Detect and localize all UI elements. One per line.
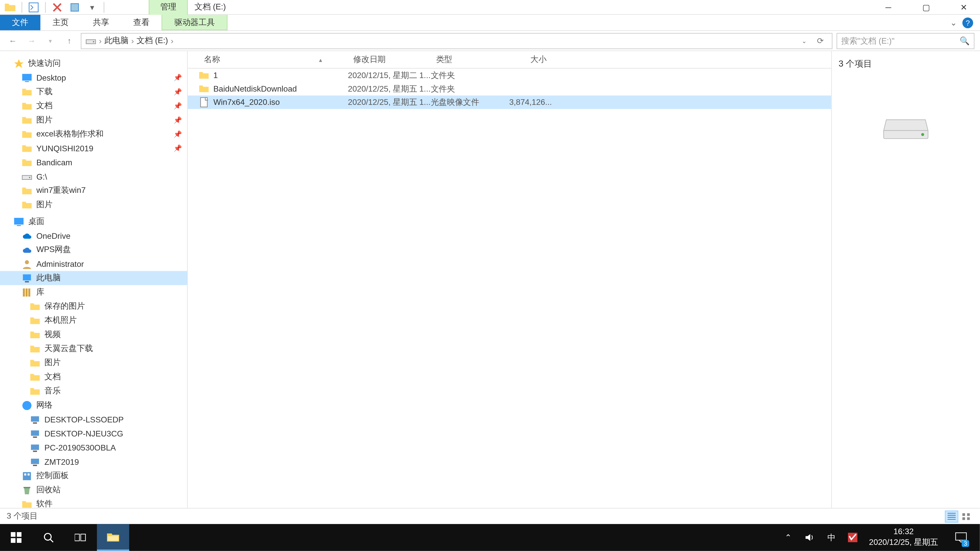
nav-group-quick-access: 快速访问 Desktop📌下载📌文档📌图片📌excel表格制作求和📌YUNQIS… — [0, 57, 187, 212]
search-button[interactable] — [32, 524, 65, 551]
navigation-pane[interactable]: 快速访问 Desktop📌下载📌文档📌图片📌excel表格制作求和📌YUNQIS… — [0, 51, 188, 508]
back-button[interactable]: ← — [5, 33, 20, 48]
chevron-right-icon[interactable]: › — [171, 36, 173, 45]
tab-drive-tools[interactable]: 驱动器工具 — [162, 15, 228, 30]
action-center-button[interactable]: 3 — [949, 524, 973, 551]
volume-icon[interactable] — [804, 532, 815, 543]
qat-delete-icon[interactable] — [51, 1, 63, 13]
search-box[interactable]: 🔍 — [837, 33, 975, 49]
maximize-button[interactable]: ▢ — [918, 0, 934, 14]
nav-label: 控制面板 — [36, 470, 68, 482]
ime-indicator[interactable]: 中 — [826, 532, 837, 543]
pin-icon: 📌 — [173, 102, 182, 110]
nav-item[interactable]: OneDrive — [0, 229, 187, 243]
forward-button[interactable]: → — [24, 33, 39, 48]
nav-item[interactable]: DESKTOP-NJEU3CG — [0, 427, 187, 441]
nav-item[interactable]: Bandicam — [0, 156, 187, 169]
nav-item[interactable]: 天翼云盘下载 — [0, 342, 187, 356]
nav-item[interactable]: 视频 — [0, 327, 187, 341]
star-icon — [14, 58, 24, 69]
file-row[interactable]: 12020/12/15, 星期二 1...文件夹 — [188, 68, 831, 82]
column-name[interactable]: 名称 ▴ — [199, 54, 348, 65]
chevron-right-icon[interactable]: › — [99, 36, 102, 45]
nav-quick-access[interactable]: 快速访问 — [0, 57, 187, 71]
search-input[interactable] — [841, 36, 959, 45]
nav-item[interactable]: 文档📌 — [0, 99, 187, 113]
start-button[interactable] — [0, 524, 32, 551]
nav-item[interactable]: 库 — [0, 285, 187, 299]
nav-item[interactable]: win7重装win7 — [0, 184, 187, 198]
up-button[interactable]: ↑ — [62, 33, 77, 48]
cloud2-icon — [21, 245, 32, 256]
nav-item[interactable]: 图片 — [0, 198, 187, 212]
breadcrumb-drive[interactable]: 文档 (E:) — [137, 35, 168, 46]
address-dropdown-icon[interactable]: ⌄ — [797, 33, 811, 48]
qat-properties-icon[interactable] — [27, 1, 40, 13]
separator — [21, 2, 22, 13]
nav-item[interactable]: 回收站 — [0, 483, 187, 497]
icons-view-button[interactable] — [959, 510, 973, 522]
taskbar-explorer-button[interactable] — [97, 524, 129, 551]
column-type[interactable]: 类型 — [431, 54, 498, 65]
nav-item[interactable]: Desktop📌 — [0, 71, 187, 85]
ribbon-expand-icon[interactable]: ⌄ — [950, 18, 957, 27]
nav-item[interactable]: 保存的图片 — [0, 299, 187, 313]
nav-item[interactable]: 音乐 — [0, 384, 187, 398]
file-row[interactable]: BaiduNetdiskDownload2020/12/25, 星期五 1...… — [188, 82, 831, 96]
help-icon[interactable]: ? — [963, 17, 973, 28]
nav-item[interactable]: DESKTOP-LSSOEDP — [0, 412, 187, 426]
clock-date: 2020/12/25, 星期五 — [869, 537, 938, 548]
nav-item[interactable]: ZMT2019 — [0, 455, 187, 469]
details-view-button[interactable] — [945, 510, 958, 522]
view-switcher — [945, 510, 973, 522]
nav-network[interactable]: 网络 — [0, 398, 187, 412]
nav-item[interactable]: 本机照片 — [0, 313, 187, 327]
taskbar-clock[interactable]: 16:32 2020/12/25, 星期五 — [869, 527, 938, 548]
nav-item[interactable]: excel表格制作求和📌 — [0, 127, 187, 141]
file-row[interactable]: Win7x64_2020.iso2020/12/25, 星期五 1...光盘映像… — [188, 95, 831, 109]
nav-item[interactable]: WPS网盘 — [0, 243, 187, 257]
search-icon[interactable]: 🔍 — [959, 36, 970, 45]
nav-label: win7重装win7 — [36, 185, 86, 197]
svg-point-10 — [25, 260, 29, 264]
nav-desktop[interactable]: 桌面 — [0, 214, 187, 229]
minimize-button[interactable]: ─ — [880, 0, 896, 14]
tab-view[interactable]: 查看 — [121, 15, 162, 30]
column-size[interactable]: 大小 — [498, 54, 552, 65]
nav-item[interactable]: PC-20190530OBLA — [0, 441, 187, 454]
svg-rect-1 — [71, 3, 79, 11]
app-icon[interactable] — [4, 1, 16, 13]
svg-rect-20 — [33, 436, 37, 437]
breadcrumb-box[interactable]: › 此电脑 › 文档 (E:) › ⌄ ⟳ — [81, 33, 832, 49]
nav-item[interactable]: 控制面板 — [0, 469, 187, 483]
history-dropdown-icon[interactable]: ▾ — [43, 33, 58, 48]
nav-item[interactable]: G:\ — [0, 170, 187, 184]
qat-rename-icon[interactable] — [68, 1, 81, 13]
breadcrumb-this-pc[interactable]: 此电脑 — [104, 35, 129, 46]
tab-file[interactable]: 文件 — [0, 15, 40, 30]
nav-item[interactable]: YUNQISHI2019📌 — [0, 141, 187, 156]
column-date[interactable]: 修改日期 — [348, 54, 431, 65]
tab-home[interactable]: 主页 — [40, 15, 81, 30]
svg-rect-28 — [24, 487, 30, 488]
nav-item[interactable]: 软件 — [0, 497, 187, 508]
close-button[interactable]: ✕ — [956, 0, 972, 14]
nav-item[interactable]: 下载📌 — [0, 85, 187, 99]
task-view-button[interactable] — [65, 524, 97, 551]
qat-dropdown-icon[interactable]: ▾ — [86, 1, 98, 13]
tray-chevron-up-icon[interactable]: ⌃ — [783, 532, 794, 543]
file-rows[interactable]: 12020/12/15, 星期二 1...文件夹BaiduNetdiskDown… — [188, 68, 831, 508]
cloud-icon — [21, 230, 32, 241]
ctrl-icon — [21, 471, 32, 481]
refresh-icon[interactable]: ⟳ — [813, 33, 828, 48]
nav-item[interactable]: 此电脑 — [0, 271, 187, 285]
context-tab-manage[interactable]: 管理 — [149, 0, 188, 16]
nav-item[interactable]: 图片📌 — [0, 113, 187, 127]
nav-item[interactable]: 文档 — [0, 370, 187, 384]
tab-share[interactable]: 共享 — [81, 15, 121, 30]
nav-item[interactable]: 图片 — [0, 356, 187, 370]
nav-item[interactable]: Administrator — [0, 257, 187, 271]
chevron-right-icon[interactable]: › — [131, 36, 134, 45]
svg-rect-42 — [108, 536, 118, 541]
tray-app-icon[interactable] — [848, 532, 858, 543]
